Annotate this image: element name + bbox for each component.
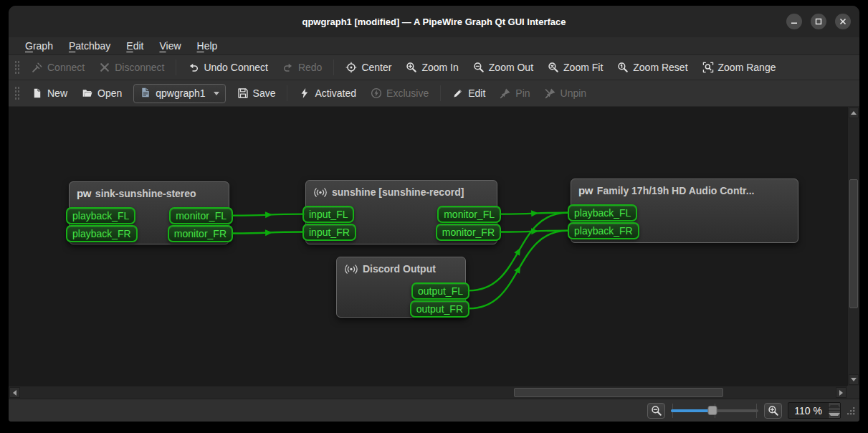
family-port-playback_FL[interactable]: playback_FL	[568, 204, 637, 222]
discord-port-output_FL[interactable]: output_FL	[411, 282, 469, 300]
discord-port-output_FR[interactable]: output_FR	[410, 300, 469, 318]
sink-port-monitor_FL[interactable]: monitor_FL	[169, 207, 233, 224]
window-title: qpwgraph1 [modified] — A PipeWire Graph …	[302, 16, 566, 27]
spinbox-buttons	[828, 403, 840, 418]
toolbar-patchbay-button-label: Open	[97, 87, 122, 99]
node-family[interactable]: pwFamily 17h/19h HD Audio Contr...playba…	[571, 179, 798, 243]
node-title-text: Discord Output	[363, 263, 436, 275]
toolbar-patchbay-separator	[440, 85, 441, 101]
toolbar-main-button-label: Undo Connect	[204, 62, 268, 73]
vertical-scrollbar[interactable]	[847, 107, 859, 386]
zoom-spinbox[interactable]: 110 %	[788, 402, 841, 419]
vertical-scroll-thumb[interactable]	[849, 179, 858, 308]
horizontal-scroll-thumb[interactable]	[514, 388, 723, 397]
menubar: GraphPatchbayEditViewHelp	[9, 37, 859, 55]
zoom-fit-icon	[548, 62, 559, 73]
scroll-up-button[interactable]	[849, 108, 859, 118]
connection-sink-monitor_FL-to-sunshine-input_FL[interactable]	[233, 214, 304, 216]
connect-button[interactable]: Connect	[24, 59, 92, 76]
sink-port-playback_FR[interactable]: playback_FR	[66, 225, 138, 242]
menu-patchbay[interactable]: Patchbay	[61, 39, 118, 53]
up-arrow-icon	[829, 405, 840, 408]
minimize-button[interactable]	[786, 14, 802, 29]
save-button[interactable]: Save	[230, 85, 283, 102]
toolbar-patchbay: NewOpenqpwgraph1SaveActivatedExclusiveEd…	[9, 80, 859, 107]
down-arrow-icon	[829, 413, 840, 417]
sink-port-playback_FL[interactable]: playback_FL	[66, 207, 135, 224]
zoom-value: 110 %	[788, 403, 828, 418]
toolbar-main-separator	[176, 60, 176, 75]
zoom-range-button[interactable]: Zoom Range	[695, 59, 783, 76]
connect-icon	[32, 62, 43, 73]
zoom-in-button[interactable]: Zoom In	[399, 59, 465, 76]
sink-port-monitor_FR[interactable]: monitor_FR	[168, 225, 233, 242]
menu-help[interactable]: Help	[189, 39, 226, 53]
edit-button[interactable]: Edit	[445, 85, 492, 102]
node-title-text: sunshine [sunshine-record]	[332, 186, 464, 198]
slider-handle[interactable]	[707, 406, 717, 415]
connection-sunshine-monitor_FR-to-family-playback_FR[interactable]	[500, 231, 568, 232]
unpin-button[interactable]: Unpin	[538, 85, 594, 102]
toolbar-drag-handle[interactable]	[14, 86, 19, 100]
exclusive-button[interactable]: Exclusive	[363, 85, 436, 102]
undo-connect-button[interactable]: Undo Connect	[181, 59, 275, 76]
titlebar[interactable]: qpwgraph1 [modified] — A PipeWire Graph …	[9, 6, 859, 37]
graph-canvas[interactable]: pwsink-sunshine-stereoplayback_FLplaybac…	[9, 107, 859, 399]
patchbay-profile-combobox[interactable]: qpwgraph1	[133, 84, 225, 103]
toolbar-drag-handle[interactable]	[14, 60, 19, 75]
node-title: pwsink-sunshine-stereo	[70, 182, 229, 204]
toolbar-main-button-label: Zoom In	[421, 62, 458, 73]
horizontal-scrollbar[interactable]	[9, 386, 847, 399]
maximize-button[interactable]	[811, 14, 826, 29]
new-button[interactable]: New	[24, 85, 75, 102]
disconnect-button[interactable]: Disconnect	[92, 59, 171, 76]
close-button[interactable]	[835, 14, 851, 29]
open-button[interactable]: Open	[75, 85, 129, 102]
node-sunshine[interactable]: sunshine [sunshine-record]input_FLinput_…	[305, 180, 497, 244]
activated-button[interactable]: Activated	[292, 85, 363, 102]
spin-down-button[interactable]	[829, 411, 840, 418]
toolbar-main-button-label: Center	[361, 62, 391, 73]
toolbar-patchbay-button-label: Save	[253, 87, 276, 99]
zoom-range-icon	[702, 62, 714, 73]
redo-button[interactable]: Redo	[275, 59, 329, 76]
pin-button[interactable]: Pin	[492, 85, 537, 102]
patchbay-profile-icon	[140, 87, 151, 100]
toolbar-main-button-label: Connect	[47, 62, 85, 73]
connection-arrow-icon	[531, 210, 538, 217]
minimize-icon	[791, 15, 798, 28]
sunshine-port-input_FL[interactable]: input_FL	[302, 206, 354, 223]
zoom-fit-button[interactable]: Zoom Fit	[540, 59, 610, 76]
redo-icon	[282, 62, 294, 73]
resize-grip[interactable]	[846, 406, 856, 419]
connection-sink-monitor_FR-to-sunshine-input_FR[interactable]	[233, 232, 304, 234]
node-sink[interactable]: pwsink-sunshine-stereoplayback_FLplaybac…	[69, 181, 229, 244]
spin-up-button[interactable]	[829, 403, 840, 411]
zoom-slider[interactable]	[671, 403, 758, 419]
center-button[interactable]: Center	[338, 59, 399, 76]
connection-sunshine-monitor_FL-to-family-playback_FL[interactable]	[500, 213, 568, 214]
down-arrow-icon	[851, 378, 857, 381]
node-discord[interactable]: Discord Outputoutput_FLoutput_FR	[336, 257, 466, 318]
sunshine-port-input_FR[interactable]: input_FR	[302, 224, 356, 241]
menu-edit[interactable]: Edit	[118, 39, 151, 53]
activated-icon	[299, 87, 310, 99]
window-controls	[786, 6, 851, 37]
sunshine-port-monitor_FR[interactable]: monitor_FR	[436, 224, 501, 241]
toolbar-patchbay-button-label: Edit	[468, 87, 485, 99]
up-arrow-icon	[851, 111, 857, 115]
zoom-out-button[interactable]: Zoom Out	[466, 59, 540, 76]
zoom-in-button[interactable]	[764, 403, 782, 419]
toolbar-patchbay-separator	[287, 85, 287, 101]
scroll-down-button[interactable]	[849, 374, 859, 385]
slider-fill	[671, 409, 712, 412]
scroll-right-button[interactable]	[836, 387, 846, 398]
menu-graph[interactable]: Graph	[17, 39, 61, 53]
chevron-down-icon	[214, 92, 219, 95]
scroll-left-button[interactable]	[9, 387, 20, 398]
menu-view[interactable]: View	[151, 39, 189, 53]
zoom-out-button[interactable]	[647, 403, 665, 419]
sunshine-port-monitor_FL[interactable]: monitor_FL	[437, 206, 501, 223]
family-port-playback_FR[interactable]: playback_FR	[568, 222, 639, 239]
zoom-reset-button[interactable]: Zoom Reset	[610, 59, 695, 76]
